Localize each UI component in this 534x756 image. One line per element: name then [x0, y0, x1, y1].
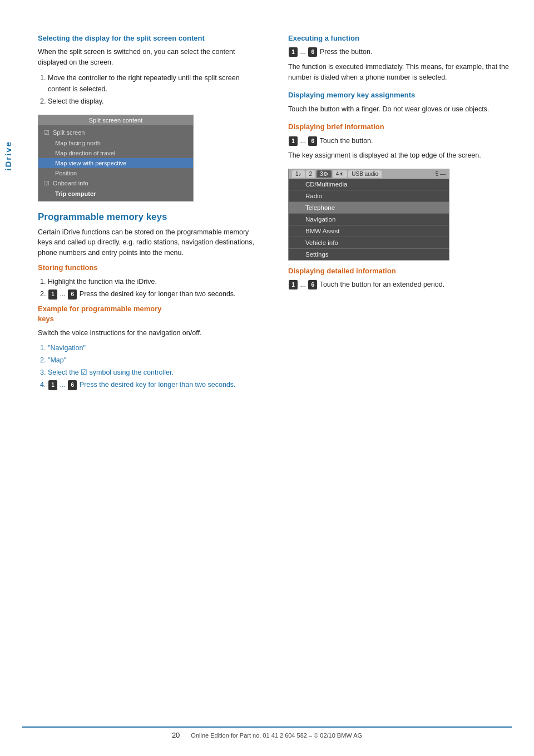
- nav-row-vehicle: Vehicle info: [289, 237, 449, 249]
- screenshot-menu: Split screen Map facing north Map direct…: [38, 125, 193, 201]
- programmable-heading: Programmable memory keys: [38, 212, 261, 223]
- section-split-body: When the split screen is switched on, yo…: [38, 47, 261, 68]
- screenshot-title: Split screen content: [38, 115, 193, 125]
- memory-body: Touch the button with a finger. Do not w…: [288, 104, 512, 115]
- page-container: iDrive Selecting the display for the spl…: [0, 0, 534, 756]
- page-number: 20: [172, 731, 180, 739]
- menu-item-perspective: Map view with perspective: [38, 158, 193, 168]
- list-item: Select the display.: [48, 96, 261, 107]
- nav-display: 1♪ 2 3⚙ 4☀ USB audio 5 — CD/Multimedia R…: [288, 169, 449, 261]
- list-item: 1 ... 6 Press the desired key for longer…: [48, 379, 261, 390]
- detailed-heading: Displaying detailed information: [288, 266, 512, 276]
- list-item: "Map": [48, 355, 261, 366]
- section-detailed: Displaying detailed information 1 ... 6 …: [288, 266, 512, 290]
- nav-tab-1: 1♪: [292, 170, 305, 178]
- detailed-intro: 1 ... 6 Touch the button for an extended…: [288, 279, 512, 290]
- programmable-body: Certain iDrive functions can be stored o…: [38, 227, 261, 258]
- brief-intro: 1 ... 6 Touch the button.: [288, 136, 512, 146]
- key-6-brief: 6: [308, 136, 317, 146]
- menu-item-trip: Trip computer: [38, 189, 193, 199]
- storing-heading: Storing functions: [38, 263, 261, 273]
- example-steps: "Navigation" "Map" Select the ☑ symbol u…: [48, 342, 261, 390]
- footer: 20 Online Edition for Part no. 01 41 2 6…: [22, 726, 512, 739]
- left-column: Selecting the display for the split scre…: [38, 33, 275, 398]
- key-1-brief: 1: [289, 136, 298, 146]
- executing-heading: Executing a function: [288, 33, 512, 43]
- storing-steps: Highlight the function via the iDrive. 1…: [48, 276, 261, 300]
- menu-item-split: Split screen: [38, 127, 193, 138]
- nav-tab-3: 3⚙: [317, 170, 332, 178]
- section-split-steps: Move the controller to the right repeate…: [48, 72, 261, 107]
- nav-tab-4: 4☀: [333, 170, 348, 178]
- press-label: Press the button.: [320, 48, 373, 56]
- side-label-text: iDrive: [3, 141, 13, 171]
- key-badge-1: 1: [48, 289, 57, 300]
- brief-heading: Displaying brief information: [288, 122, 512, 132]
- memory-heading: Displaying memory key assignments: [288, 90, 512, 100]
- nav-rows: CD/Multimedia Radio Telephone Navigation…: [289, 179, 449, 260]
- menu-item-north: Map facing north: [38, 138, 193, 148]
- list-item: 1 ... 6 Press the desired key for longer…: [48, 288, 261, 300]
- content-area: Selecting the display for the split scre…: [16, 33, 534, 398]
- section-executing: Executing a function 1 ... 6 Press the b…: [288, 33, 512, 82]
- split-screen-screenshot: Split screen content Split screen Map fa…: [38, 115, 194, 202]
- side-label: iDrive: [0, 100, 16, 212]
- touch-label: Touch the button.: [320, 137, 373, 145]
- menu-item-onboard: Onboard info: [38, 178, 193, 189]
- nav-row-radio: Radio: [289, 190, 449, 202]
- ellipsis: ...: [60, 290, 67, 298]
- touch-extended-label: Touch the button for an extended period.: [320, 281, 444, 288]
- nav-tab-2: 2: [306, 170, 316, 178]
- nav-right-indicator: 5 —: [436, 171, 446, 177]
- key-6-detailed: 6: [308, 280, 317, 289]
- example-heading: Example for programmable memorykeys: [38, 304, 261, 324]
- nav-row-navigation: Navigation: [289, 214, 449, 225]
- nav-tab-usb: USB audio: [348, 170, 382, 178]
- section-split-screen: Selecting the display for the split scre…: [38, 33, 261, 107]
- nav-row-settings: Settings: [289, 249, 449, 260]
- example-body: Switch the voice instructions for the na…: [38, 328, 261, 338]
- key-badge-6: 6: [68, 289, 77, 300]
- brief-body: The key assignment is displayed at the t…: [288, 150, 512, 161]
- footer-text: Online Edition for Part no. 01 41 2 604 …: [191, 732, 362, 739]
- section-brief: Displaying brief information 1 ... 6 Tou…: [288, 122, 512, 161]
- nav-tabs: 1♪ 2 3⚙ 4☀ USB audio: [292, 170, 436, 178]
- list-item: "Navigation": [48, 342, 261, 354]
- section-programmable: Programmable memory keys Certain iDrive …: [38, 212, 261, 391]
- key-badge-6b: 6: [68, 380, 77, 390]
- section-split-heading: Selecting the display for the split scre…: [38, 33, 261, 43]
- key-1: 1: [289, 47, 298, 57]
- ellipsis: ...: [60, 381, 67, 389]
- key-6: 6: [308, 47, 317, 57]
- list-item: Move the controller to the right repeate…: [48, 72, 261, 95]
- list-item: Select the ☑ symbol using the controller…: [48, 367, 261, 378]
- list-item: Highlight the function via the iDrive.: [48, 276, 261, 287]
- executing-body: The function is executed immediately. Th…: [288, 62, 512, 83]
- right-column: Executing a function 1 ... 6 Press the b…: [275, 33, 512, 398]
- menu-item-direction: Map direction of travel: [38, 148, 193, 158]
- nav-header: 1♪ 2 3⚙ 4☀ USB audio 5 —: [289, 169, 449, 179]
- key-1-detailed: 1: [289, 280, 298, 289]
- section-memory: Displaying memory key assignments Touch …: [288, 90, 512, 114]
- nav-row-cd: CD/Multimedia: [289, 179, 449, 190]
- executing-intro: 1 ... 6 Press the button.: [288, 47, 512, 57]
- menu-item-position: Position: [38, 168, 193, 178]
- nav-row-bmw: BMW Assist: [289, 225, 449, 237]
- nav-row-telephone: Telephone: [289, 202, 449, 214]
- key-badge-1b: 1: [48, 380, 57, 390]
